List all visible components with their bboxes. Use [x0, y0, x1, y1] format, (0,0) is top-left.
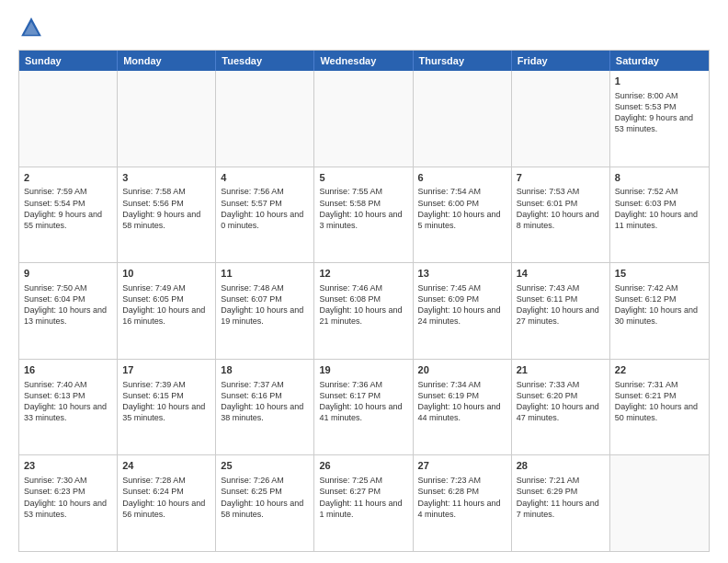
calendar-row-3: 16Sunrise: 7:40 AMSunset: 6:13 PMDayligh…	[19, 359, 709, 455]
calendar-cell	[216, 71, 314, 167]
logo	[18, 15, 48, 40]
day-number: 12	[319, 267, 407, 281]
day-number: 24	[122, 459, 210, 473]
weekday-header-tuesday: Tuesday	[216, 51, 314, 71]
cell-info: Sunrise: 7:23 AMSunset: 6:28 PMDaylight:…	[418, 475, 506, 520]
day-number: 19	[319, 363, 407, 377]
calendar-cell: 1Sunrise: 8:00 AMSunset: 5:53 PMDaylight…	[610, 71, 709, 167]
day-number: 21	[517, 363, 605, 377]
cell-info: Sunrise: 7:34 AMSunset: 6:19 PMDaylight:…	[418, 379, 506, 424]
calendar-cell: 22Sunrise: 7:31 AMSunset: 6:21 PMDayligh…	[610, 360, 709, 455]
day-number: 26	[319, 459, 407, 473]
calendar-cell: 9Sunrise: 7:50 AMSunset: 6:04 PMDaylight…	[19, 263, 118, 359]
calendar-cell	[610, 455, 709, 551]
calendar-body: 1Sunrise: 8:00 AMSunset: 5:53 PMDaylight…	[19, 71, 709, 551]
weekday-header-sunday: Sunday	[19, 51, 118, 71]
calendar-cell	[118, 71, 216, 167]
day-number: 8	[615, 171, 704, 185]
day-number: 17	[122, 363, 210, 377]
calendar-cell: 15Sunrise: 7:42 AMSunset: 6:12 PMDayligh…	[610, 263, 709, 359]
calendar-cell: 28Sunrise: 7:21 AMSunset: 6:29 PMDayligh…	[512, 455, 610, 551]
cell-info: Sunrise: 7:59 AMSunset: 5:54 PMDaylight:…	[24, 186, 112, 231]
calendar-cell: 12Sunrise: 7:46 AMSunset: 6:08 PMDayligh…	[314, 263, 413, 359]
calendar-cell: 19Sunrise: 7:36 AMSunset: 6:17 PMDayligh…	[314, 360, 413, 455]
day-number: 2	[24, 171, 112, 185]
calendar-cell: 17Sunrise: 7:39 AMSunset: 6:15 PMDayligh…	[118, 360, 216, 455]
cell-info: Sunrise: 7:56 AMSunset: 5:57 PMDaylight:…	[221, 186, 309, 231]
logo-icon	[18, 15, 44, 40]
cell-info: Sunrise: 7:53 AMSunset: 6:01 PMDaylight:…	[517, 186, 605, 231]
page: SundayMondayTuesdayWednesdayThursdayFrid…	[0, 0, 728, 563]
cell-info: Sunrise: 7:58 AMSunset: 5:56 PMDaylight:…	[122, 186, 210, 231]
day-number: 6	[418, 171, 506, 185]
calendar-row-4: 23Sunrise: 7:30 AMSunset: 6:23 PMDayligh…	[19, 454, 709, 551]
header	[18, 15, 710, 40]
calendar-cell: 24Sunrise: 7:28 AMSunset: 6:24 PMDayligh…	[118, 455, 216, 551]
cell-info: Sunrise: 7:42 AMSunset: 6:12 PMDaylight:…	[615, 282, 704, 327]
calendar-row-2: 9Sunrise: 7:50 AMSunset: 6:04 PMDaylight…	[19, 262, 709, 359]
calendar-cell: 3Sunrise: 7:58 AMSunset: 5:56 PMDaylight…	[118, 167, 216, 263]
calendar-cell: 2Sunrise: 7:59 AMSunset: 5:54 PMDaylight…	[19, 167, 118, 263]
cell-info: Sunrise: 7:48 AMSunset: 6:07 PMDaylight:…	[221, 282, 309, 327]
cell-info: Sunrise: 7:54 AMSunset: 6:00 PMDaylight:…	[418, 186, 506, 231]
cell-info: Sunrise: 7:55 AMSunset: 5:58 PMDaylight:…	[319, 186, 407, 231]
calendar-cell: 16Sunrise: 7:40 AMSunset: 6:13 PMDayligh…	[19, 360, 118, 455]
weekday-header-thursday: Thursday	[414, 51, 512, 71]
cell-info: Sunrise: 7:50 AMSunset: 6:04 PMDaylight:…	[24, 282, 112, 327]
cell-info: Sunrise: 7:28 AMSunset: 6:24 PMDaylight:…	[122, 475, 210, 520]
cell-info: Sunrise: 7:37 AMSunset: 6:16 PMDaylight:…	[221, 379, 309, 424]
calendar-cell	[512, 71, 610, 167]
day-number: 11	[221, 267, 309, 281]
day-number: 3	[122, 171, 210, 185]
calendar-cell: 7Sunrise: 7:53 AMSunset: 6:01 PMDaylight…	[512, 167, 610, 263]
weekday-header-monday: Monday	[118, 51, 216, 71]
day-number: 18	[221, 363, 309, 377]
day-number: 10	[122, 267, 210, 281]
cell-info: Sunrise: 7:45 AMSunset: 6:09 PMDaylight:…	[418, 282, 506, 327]
cell-info: Sunrise: 7:33 AMSunset: 6:20 PMDaylight:…	[517, 379, 605, 424]
calendar: SundayMondayTuesdayWednesdayThursdayFrid…	[18, 50, 710, 552]
calendar-cell: 25Sunrise: 7:26 AMSunset: 6:25 PMDayligh…	[216, 455, 314, 551]
weekday-header-wednesday: Wednesday	[314, 51, 413, 71]
cell-info: Sunrise: 7:36 AMSunset: 6:17 PMDaylight:…	[319, 379, 407, 424]
calendar-cell: 27Sunrise: 7:23 AMSunset: 6:28 PMDayligh…	[414, 455, 512, 551]
day-number: 7	[517, 171, 605, 185]
calendar-cell: 23Sunrise: 7:30 AMSunset: 6:23 PMDayligh…	[19, 455, 118, 551]
calendar-cell: 21Sunrise: 7:33 AMSunset: 6:20 PMDayligh…	[512, 360, 610, 455]
calendar-cell: 26Sunrise: 7:25 AMSunset: 6:27 PMDayligh…	[314, 455, 413, 551]
calendar-cell: 8Sunrise: 7:52 AMSunset: 6:03 PMDaylight…	[610, 167, 709, 263]
cell-info: Sunrise: 7:46 AMSunset: 6:08 PMDaylight:…	[319, 282, 407, 327]
calendar-header: SundayMondayTuesdayWednesdayThursdayFrid…	[19, 51, 709, 71]
calendar-cell	[314, 71, 413, 167]
day-number: 28	[517, 459, 605, 473]
cell-info: Sunrise: 7:25 AMSunset: 6:27 PMDaylight:…	[319, 475, 407, 520]
weekday-header-saturday: Saturday	[610, 51, 709, 71]
cell-info: Sunrise: 7:39 AMSunset: 6:15 PMDaylight:…	[122, 379, 210, 424]
day-number: 23	[24, 459, 112, 473]
calendar-row-1: 2Sunrise: 7:59 AMSunset: 5:54 PMDaylight…	[19, 167, 709, 263]
cell-info: Sunrise: 7:30 AMSunset: 6:23 PMDaylight:…	[24, 475, 112, 520]
cell-info: Sunrise: 8:00 AMSunset: 5:53 PMDaylight:…	[615, 90, 704, 135]
day-number: 1	[615, 75, 704, 88]
day-number: 9	[24, 267, 112, 281]
cell-info: Sunrise: 7:49 AMSunset: 6:05 PMDaylight:…	[122, 282, 210, 327]
cell-info: Sunrise: 7:21 AMSunset: 6:29 PMDaylight:…	[517, 475, 605, 520]
calendar-cell: 4Sunrise: 7:56 AMSunset: 5:57 PMDaylight…	[216, 167, 314, 263]
calendar-cell: 13Sunrise: 7:45 AMSunset: 6:09 PMDayligh…	[414, 263, 512, 359]
day-number: 27	[418, 459, 506, 473]
cell-info: Sunrise: 7:26 AMSunset: 6:25 PMDaylight:…	[221, 475, 309, 520]
calendar-row-0: 1Sunrise: 8:00 AMSunset: 5:53 PMDaylight…	[19, 71, 709, 167]
calendar-cell: 11Sunrise: 7:48 AMSunset: 6:07 PMDayligh…	[216, 263, 314, 359]
calendar-cell: 10Sunrise: 7:49 AMSunset: 6:05 PMDayligh…	[118, 263, 216, 359]
calendar-cell: 6Sunrise: 7:54 AMSunset: 6:00 PMDaylight…	[414, 167, 512, 263]
cell-info: Sunrise: 7:31 AMSunset: 6:21 PMDaylight:…	[615, 379, 704, 424]
day-number: 4	[221, 171, 309, 185]
calendar-cell	[19, 71, 118, 167]
calendar-cell: 14Sunrise: 7:43 AMSunset: 6:11 PMDayligh…	[512, 263, 610, 359]
calendar-cell: 20Sunrise: 7:34 AMSunset: 6:19 PMDayligh…	[414, 360, 512, 455]
weekday-header-friday: Friday	[512, 51, 610, 71]
day-number: 15	[615, 267, 704, 281]
day-number: 16	[24, 363, 112, 377]
calendar-cell	[414, 71, 512, 167]
day-number: 14	[517, 267, 605, 281]
